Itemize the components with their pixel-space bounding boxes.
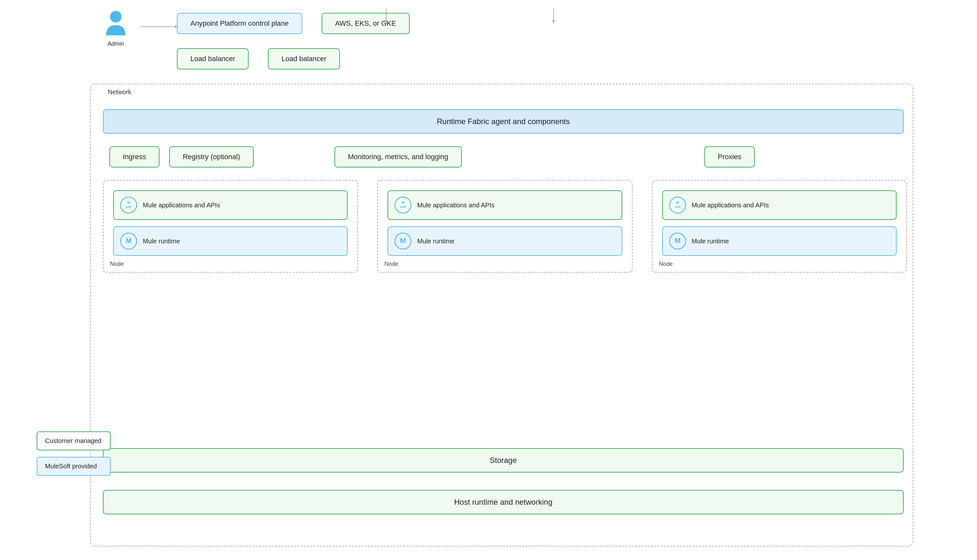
registry-box: Registry (optional) bbox=[169, 146, 254, 167]
proxies-box: Proxies bbox=[704, 146, 755, 167]
node-1: M APP Mule applications and APIs M Mule … bbox=[103, 180, 358, 273]
mule-app-icon-2: M APP bbox=[395, 197, 411, 213]
mule-runtime-box-3: M Mule runtime bbox=[662, 226, 897, 256]
mule-runtime-icon-1: M bbox=[120, 233, 137, 250]
mule-app-label-2: Mule applications and APIs bbox=[417, 202, 494, 209]
svg-text:APP: APP bbox=[400, 205, 406, 208]
admin-section: Admin bbox=[97, 10, 135, 47]
aws-box: AWS, EKS, or GKE bbox=[322, 13, 410, 34]
node-2: M APP Mule applications and APIs M Mule … bbox=[377, 180, 632, 273]
node-label-1: Node bbox=[110, 261, 124, 267]
mule-app-box-1: M APP Mule applications and APIs bbox=[113, 190, 348, 220]
ingress-box: Ingress bbox=[109, 146, 160, 167]
mule-runtime-icon-2: M bbox=[395, 233, 411, 250]
second-row: Load balancer Load balancer bbox=[177, 48, 340, 70]
load-balancer-left-box: Load balancer bbox=[177, 48, 248, 70]
svg-text:APP: APP bbox=[674, 205, 680, 208]
svg-text:M: M bbox=[674, 237, 680, 245]
legend-customer-managed: Customer managed bbox=[37, 432, 111, 450]
mule-app-box-3: M APP Mule applications and APIs bbox=[662, 190, 897, 220]
node-3: M APP Mule applications and APIs M Mule … bbox=[652, 180, 907, 273]
svg-point-11 bbox=[670, 197, 686, 213]
svg-text:APP: APP bbox=[126, 205, 132, 208]
arrow-down-aws bbox=[553, 8, 554, 24]
svg-point-0 bbox=[110, 11, 122, 23]
svg-text:M: M bbox=[126, 237, 132, 245]
network-label: Network bbox=[108, 88, 131, 96]
legend: Customer managed MuleSoft provided bbox=[37, 432, 111, 476]
node-label-3: Node bbox=[659, 261, 673, 267]
mule-runtime-label-2: Mule runtime bbox=[417, 238, 454, 245]
node-label-2: Node bbox=[384, 261, 398, 267]
mule-runtime-label-3: Mule runtime bbox=[692, 238, 729, 245]
arrow-admin bbox=[140, 27, 178, 27]
diagram-container: Admin Anypoint Platform control plane AW… bbox=[32, 7, 949, 553]
mule-runtime-box-2: M Mule runtime bbox=[387, 226, 622, 256]
svg-text:M: M bbox=[127, 201, 130, 205]
mule-app-icon-1: M APP bbox=[120, 197, 137, 213]
control-plane-box: Anypoint Platform control plane bbox=[177, 13, 302, 34]
mule-runtime-box-1: M Mule runtime bbox=[113, 226, 348, 256]
top-boxes-row: Anypoint Platform control plane AWS, EKS… bbox=[177, 13, 410, 34]
admin-label: Admin bbox=[107, 40, 124, 47]
svg-text:M: M bbox=[402, 201, 405, 205]
svg-point-1 bbox=[121, 197, 137, 213]
load-balancer-right-box: Load balancer bbox=[268, 48, 340, 70]
nodes-row: M APP Mule applications and APIs M Mule … bbox=[103, 180, 907, 273]
storage-bar: Storage bbox=[103, 448, 904, 473]
mule-app-box-2: M APP Mule applications and APIs bbox=[387, 190, 622, 220]
monitoring-box: Monitoring, metrics, and logging bbox=[335, 146, 462, 167]
svg-text:M: M bbox=[400, 237, 406, 245]
legend-mulesoft-provided: MuleSoft provided bbox=[37, 457, 111, 476]
mule-app-label-3: Mule applications and APIs bbox=[692, 202, 769, 209]
host-runtime-bar: Host runtime and networking bbox=[103, 490, 904, 514]
svg-text:M: M bbox=[676, 201, 679, 205]
admin-icon bbox=[103, 10, 128, 38]
mule-runtime-icon-3: M bbox=[669, 233, 686, 250]
ingress-row: Ingress Registry (optional) bbox=[109, 146, 254, 167]
arrow-top-down bbox=[386, 8, 387, 24]
mule-runtime-label-1: Mule runtime bbox=[143, 238, 180, 245]
mule-app-label-1: Mule applications and APIs bbox=[143, 202, 220, 209]
svg-point-6 bbox=[395, 197, 411, 213]
mule-app-icon-3: M APP bbox=[669, 197, 686, 213]
runtime-fabric-bar: Runtime Fabric agent and components bbox=[103, 109, 904, 134]
